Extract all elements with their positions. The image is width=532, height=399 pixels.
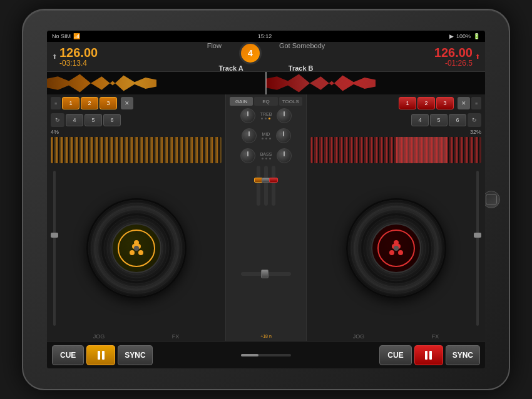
- transport-left: CUE SYNC: [47, 345, 225, 365]
- hotcue-3-left[interactable]: 3: [100, 97, 117, 109]
- mixer-tab-eq[interactable]: EQ: [254, 97, 277, 106]
- turntable-area-right: [307, 164, 485, 332]
- deck-icon-right[interactable]: ↻: [468, 113, 481, 127]
- transport-bar: CUE SYNC CU: [47, 341, 485, 368]
- hotcue-2-left[interactable]: 2: [81, 97, 98, 109]
- waveform-center-line: [266, 72, 267, 94]
- turntable-left[interactable]: [86, 198, 187, 298]
- wifi-icon: 📶: [73, 33, 80, 39]
- turntable-area-left: [47, 164, 225, 332]
- vinyl-center-left: [134, 246, 139, 251]
- jog-label-left[interactable]: JOG: [93, 333, 105, 340]
- pause-bar-1: [98, 351, 100, 360]
- battery-label: 100%: [456, 33, 471, 39]
- jog-fx-row-left: JOG FX: [47, 332, 225, 341]
- knob-bass-left[interactable]: [240, 148, 255, 163]
- dot6: [269, 138, 271, 139]
- pitch-slider-right[interactable]: [474, 171, 481, 326]
- status-time: 15:12: [258, 33, 272, 39]
- progress-fill: [241, 354, 258, 356]
- mixer-tabs: GAIN EQ TOOLS: [227, 97, 305, 106]
- turntable-label-left: [111, 223, 161, 273]
- crossfader-thumb: [261, 270, 269, 278]
- fader-thumb-right: [269, 178, 278, 183]
- pause-icon-left: [98, 351, 105, 360]
- channel-fader-right[interactable]: [272, 166, 275, 216]
- jog-label-right[interactable]: JOG: [353, 333, 365, 340]
- hotcue-3-right[interactable]: 3: [436, 97, 454, 109]
- waveform-area: [47, 72, 485, 94]
- dot8: [265, 158, 267, 159]
- fx-label-right[interactable]: FX: [432, 333, 439, 340]
- home-button[interactable]: [483, 191, 500, 208]
- transport-center: [225, 354, 307, 356]
- sync-button-left[interactable]: SYNC: [118, 345, 152, 365]
- fader-track-left: [257, 166, 260, 206]
- pitch-slider-left[interactable]: [51, 171, 58, 326]
- cue-button-left[interactable]: CUE: [52, 345, 84, 365]
- main-content: ≡ 1 2 3 ✕ ↻ 4 5 6 4%: [47, 94, 485, 341]
- knob-bass-right[interactable]: [277, 148, 292, 163]
- deck-controls-left: ↻ 4 5 6: [47, 112, 225, 128]
- hotcue-5-right[interactable]: 5: [430, 114, 448, 126]
- waveform-highlight-right: [396, 137, 448, 163]
- knob-mid-right[interactable]: [276, 128, 291, 143]
- carrier-label: No SIM: [52, 33, 71, 39]
- status-right: ▶ 100% 🔋: [449, 33, 480, 39]
- play-indicator: ▶: [449, 33, 454, 39]
- hotcue-6-right[interactable]: 6: [449, 114, 466, 126]
- center-dial[interactable]: 4: [239, 42, 262, 64]
- db-label: +18 n: [260, 334, 272, 338]
- knob-treb-right[interactable]: [277, 108, 292, 123]
- track-title-row: Track A Track B: [218, 64, 313, 72]
- hotcue-6-left[interactable]: 6: [103, 114, 121, 126]
- mixer-tab-tools[interactable]: TOOLS: [279, 97, 302, 106]
- knob-treb-left[interactable]: [240, 108, 255, 123]
- waveform-mini-right: [310, 137, 481, 163]
- progress-bar: [241, 354, 291, 356]
- knob-mid-left[interactable]: [242, 128, 257, 143]
- cue-button-right[interactable]: CUE: [379, 345, 411, 365]
- track-b-title: Got Somebody: [279, 42, 325, 64]
- home-button-inner: [486, 194, 497, 205]
- track-info-right: 126.00 -01:26.5: [337, 46, 473, 68]
- fx-label-left[interactable]: FX: [172, 333, 180, 340]
- bpm-right: 126.00: [434, 46, 473, 59]
- track-a-label: Track A: [218, 64, 243, 72]
- center-mixer: GAIN EQ TOOLS TREB: [225, 94, 307, 341]
- dot7: [262, 158, 263, 159]
- track-b-label: Track B: [289, 64, 314, 72]
- hotcue-4-right[interactable]: 4: [411, 114, 429, 126]
- hotcue-5-left[interactable]: 5: [84, 114, 102, 126]
- close-left-top[interactable]: ✕: [121, 97, 133, 109]
- left-deck: ≡ 1 2 3 ✕ ↻ 4 5 6 4%: [47, 94, 225, 341]
- hotcue-2-right[interactable]: 2: [417, 97, 435, 109]
- close-right-top[interactable]: ✕: [458, 97, 470, 109]
- hotcue-1-right[interactable]: 1: [399, 97, 416, 109]
- deck-controls-right: 4 5 6 ↻: [307, 112, 485, 128]
- dot3: [269, 118, 270, 119]
- deck-icon-left[interactable]: ↻: [51, 113, 64, 127]
- header-bar: ⬆ 126.00 -03:13.4 Flow 4 Got Somebody: [47, 42, 485, 72]
- treb-dots: [261, 118, 270, 119]
- waveform-right: [266, 72, 485, 94]
- fader-track-right: [272, 166, 275, 206]
- mixer-tab-gain[interactable]: GAIN: [230, 97, 253, 106]
- dot9: [269, 158, 271, 159]
- dot1: [261, 118, 263, 119]
- hotcue-1-left[interactable]: 1: [62, 97, 79, 109]
- play-button-right[interactable]: [414, 345, 443, 365]
- hotcue-row-right-top: 1 2 3 ✕ ≡: [307, 94, 485, 112]
- turntable-right[interactable]: [346, 198, 446, 298]
- channel-fader-center[interactable]: [264, 166, 268, 216]
- status-left: No SIM 📶: [52, 33, 80, 39]
- sync-button-right[interactable]: SYNC: [446, 345, 480, 365]
- crossfader-track[interactable]: [241, 272, 291, 276]
- pitch-thumb-right: [474, 233, 481, 238]
- play-button-left[interactable]: [86, 345, 115, 365]
- right-deck: 1 2 3 ✕ ≡ 4 5 6 ↻ 32%: [307, 94, 485, 341]
- knob-row-treb: TREB: [227, 108, 305, 123]
- time-right: -01:26.5: [445, 59, 473, 68]
- hotcue-4-left[interactable]: 4: [66, 114, 83, 126]
- channel-fader-left[interactable]: [257, 166, 260, 216]
